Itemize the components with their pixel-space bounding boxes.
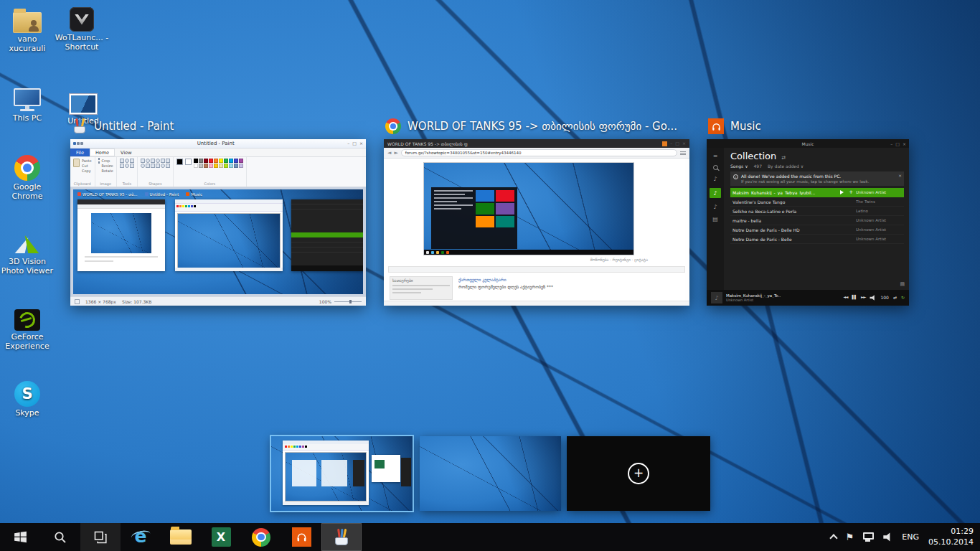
task-view-button[interactable]: [80, 523, 121, 551]
desktop-icon-3d-vision[interactable]: 3D Vision Photo Viewer: [0, 227, 55, 276]
language-indicator[interactable]: ENG: [902, 532, 919, 542]
post-action-links[interactable]: მოწონება · რეიტინგი · ციტატა: [590, 258, 648, 262]
shape-icons[interactable]: [141, 159, 170, 168]
desktop-icon-this-pc[interactable]: This PC: [0, 83, 55, 123]
search-icon: [53, 530, 67, 545]
volume-icon[interactable]: [870, 295, 876, 301]
sidebar-playlists-icon[interactable]: ▤: [712, 216, 718, 222]
virtual-desktop-2[interactable]: [420, 436, 561, 511]
post-author-link[interactable]: ქართველი კელაპტარი: [458, 277, 507, 282]
next-button[interactable]: ►►: [861, 296, 865, 300]
chrome-window-thumbnail[interactable]: WORLD OF TANKS 95 -> თბილისის ფ –□× ◄ ► …: [384, 139, 689, 306]
back-button[interactable]: ◄: [387, 151, 391, 156]
chrome-titlebar-text: WORLD OF TANKS 95 -> თბილისის ფ: [387, 141, 468, 146]
paste-button[interactable]: Paste: [82, 159, 92, 163]
repeat-icon[interactable]: ↻: [901, 296, 905, 300]
forum-post-image[interactable]: [424, 163, 633, 255]
songs-filter[interactable]: Songs ∨: [730, 164, 748, 169]
volume-tray-icon[interactable]: [883, 532, 892, 542]
excel-icon: [212, 527, 231, 547]
add-icon[interactable]: +: [849, 189, 853, 195]
excel-button[interactable]: [201, 523, 241, 551]
shuffle-icon[interactable]: ⇄: [893, 296, 897, 300]
image-file-icon: [69, 93, 98, 115]
tools-group: Tools: [117, 157, 138, 187]
rotate-button[interactable]: Rotate: [102, 169, 113, 173]
sidebar-radio-icon[interactable]: ♪: [713, 204, 717, 210]
desktop-icon-label: WoTLaunc... - Shortcut: [55, 34, 109, 52]
song-row[interactable]: Notre Dame de Paris - Belle HD Unknown A…: [730, 225, 904, 235]
album-art-icon: ♪: [715, 295, 718, 301]
select-icon[interactable]: [98, 158, 100, 164]
crop-button[interactable]: Crop: [102, 159, 113, 163]
desktop-icon-label: vano xucurauli: [0, 35, 55, 53]
chrome-page-content: მოწონება · რეიტინგი · ციტატა სათაურები ქ…: [384, 159, 689, 306]
paint-file-tab[interactable]: File: [70, 149, 90, 156]
sidebar-albums-icon[interactable]: ♪: [713, 176, 717, 182]
notification-close-icon[interactable]: ×: [898, 173, 902, 178]
sidebar-collection-item[interactable]: ♪: [710, 188, 721, 198]
start-button[interactable]: [0, 523, 40, 551]
paste-icon[interactable]: [73, 159, 80, 167]
browser-menu-icon[interactable]: [680, 151, 686, 155]
forward-button[interactable]: ►: [394, 151, 397, 156]
headphones-icon: [711, 121, 722, 132]
song-row[interactable]: Selkho na Boca-Latino e Perla Latino: [730, 207, 904, 216]
music-window-thumbnail[interactable]: Music –□× ≡ ♪ ♪ ♪ ▤ Collection ⇄ Songs ∨: [707, 139, 909, 306]
song-row[interactable]: Valentine's Dance Tango The Twins: [730, 197, 904, 207]
file-explorer-button[interactable]: [161, 523, 201, 551]
song-row[interactable]: Notre Dame de Paris - Belle Unknown Arti…: [730, 235, 904, 244]
tool-icons[interactable]: [120, 159, 134, 168]
chrome-toolbar: ◄ ► forum.ge/?showtopic=34801055&st=150#…: [384, 148, 689, 159]
desktop-icon-skype[interactable]: Skype: [0, 378, 55, 418]
address-bar[interactable]: forum.ge/?showtopic=34801055&st=150#entr…: [401, 149, 677, 156]
desktop1-dark-window: [401, 458, 411, 486]
paint-app-icon: [72, 118, 88, 134]
color1-swatch[interactable]: [176, 159, 183, 165]
virtual-desktop-1[interactable]: [271, 436, 413, 511]
play-icon[interactable]: [840, 190, 846, 194]
windows-logo-icon: [13, 529, 28, 545]
sidebar-menu-icon[interactable]: ≡: [713, 153, 718, 159]
pause-button[interactable]: ▌▌: [852, 296, 857, 300]
chrome-button[interactable]: [241, 523, 281, 551]
chrome-window-controls[interactable]: –□×: [670, 141, 686, 146]
song-row-playing[interactable]: Maksim_Kuhanskij_-_ya_Tebya_lyubil... + …: [730, 188, 904, 197]
shuffle-all-icon[interactable]: ⇄: [781, 155, 786, 161]
desktop-icon-geforce-experience[interactable]: GeForce Experience: [0, 302, 55, 351]
song-title: Notre Dame de Paris - Belle: [732, 237, 853, 242]
internet-explorer-button[interactable]: [121, 523, 161, 551]
sort-filter[interactable]: By date added ∨: [768, 164, 804, 169]
color-palette[interactable]: [194, 159, 243, 168]
resize-button[interactable]: Resize: [102, 164, 113, 168]
add-desktop-button[interactable]: +: [567, 436, 710, 511]
paint-home-tab[interactable]: Home: [90, 149, 115, 156]
paint-button[interactable]: [321, 523, 362, 551]
action-center-flag-icon[interactable]: ⚑: [846, 532, 854, 542]
search-button[interactable]: [40, 523, 80, 551]
desktop-icon-wot-launcher[interactable]: WoTLaunc... - Shortcut: [55, 3, 109, 52]
notification-banner[interactable]: i All done! We've added the music from t…: [730, 171, 904, 186]
copy-button[interactable]: Copy: [82, 169, 92, 173]
paint-window-controls[interactable]: –□×: [347, 141, 363, 146]
music-button[interactable]: [281, 523, 321, 551]
color2-swatch[interactable]: [185, 159, 192, 165]
cut-button[interactable]: Cut: [82, 164, 92, 168]
song-row[interactable]: maitre - bella Unknown Artist: [730, 216, 904, 225]
image-group: Crop Resize Rotate Image: [95, 157, 117, 187]
song-artist: Latino: [856, 209, 902, 213]
list-view-toggle-icon[interactable]: ▤: [900, 281, 905, 287]
previous-button[interactable]: ◄◄: [843, 296, 847, 300]
song-title: Valentine's Dance Tango: [732, 199, 853, 204]
network-icon[interactable]: [863, 532, 874, 540]
music-window-controls[interactable]: –□×: [890, 139, 906, 148]
zoom-slider[interactable]: [334, 301, 362, 302]
paint-view-tab[interactable]: View: [115, 149, 137, 156]
hidden-icons-chevron[interactable]: [829, 534, 837, 542]
paint-window-thumbnail[interactable]: Untitled - Paint –□× File Home View Past…: [70, 139, 366, 306]
desktop-icon-vano-xucurauli[interactable]: vano xucurauli: [0, 4, 55, 53]
taskbar-clock[interactable]: 01:29 05.10.2014: [928, 527, 974, 548]
sidebar-search-icon[interactable]: [713, 165, 718, 170]
desktop-icon-google-chrome[interactable]: Google Chrome: [0, 152, 55, 201]
music-window-title: Music: [801, 141, 814, 146]
